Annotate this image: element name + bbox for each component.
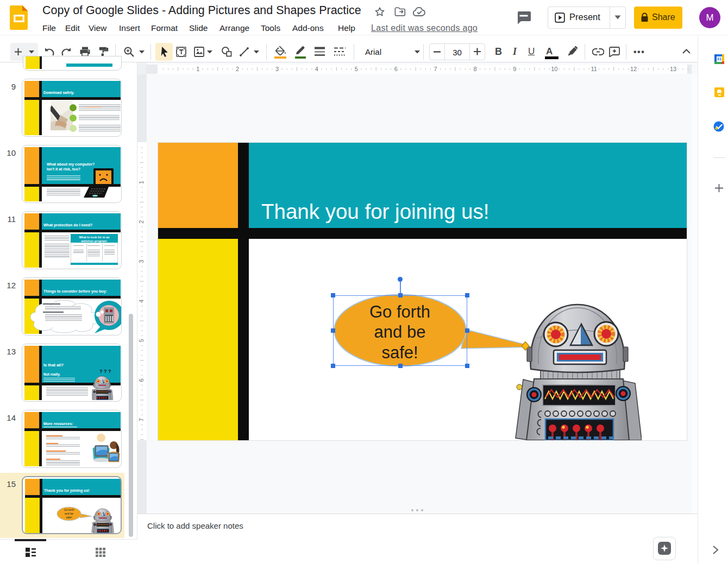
svg-text:and be: and be [65, 512, 73, 515]
svg-text:7: 7 [138, 418, 145, 421]
svg-text:10: 10 [551, 66, 557, 72]
svg-text:4: 4 [315, 66, 318, 72]
svg-text:Go forth: Go forth [64, 508, 74, 511]
svg-text:6: 6 [394, 66, 398, 72]
svg-text:8: 8 [473, 66, 476, 72]
svg-text:5: 5 [355, 66, 358, 72]
svg-text:3: 3 [138, 260, 145, 263]
svg-text:13: 13 [670, 66, 676, 72]
svg-text:safe!: safe! [66, 516, 72, 519]
svg-text:3: 3 [275, 66, 279, 72]
svg-text:2: 2 [236, 66, 239, 72]
svg-text:9: 9 [513, 66, 516, 72]
svg-text:2: 2 [138, 220, 145, 224]
svg-text:5: 5 [138, 339, 145, 342]
svg-text:4: 4 [138, 300, 145, 303]
svg-text:1: 1 [196, 66, 199, 72]
svg-text:1: 1 [138, 181, 145, 184]
svg-text:6: 6 [138, 378, 145, 382]
svg-text:7: 7 [434, 66, 437, 72]
svg-text:12: 12 [630, 66, 637, 72]
svg-text:11: 11 [591, 66, 597, 72]
